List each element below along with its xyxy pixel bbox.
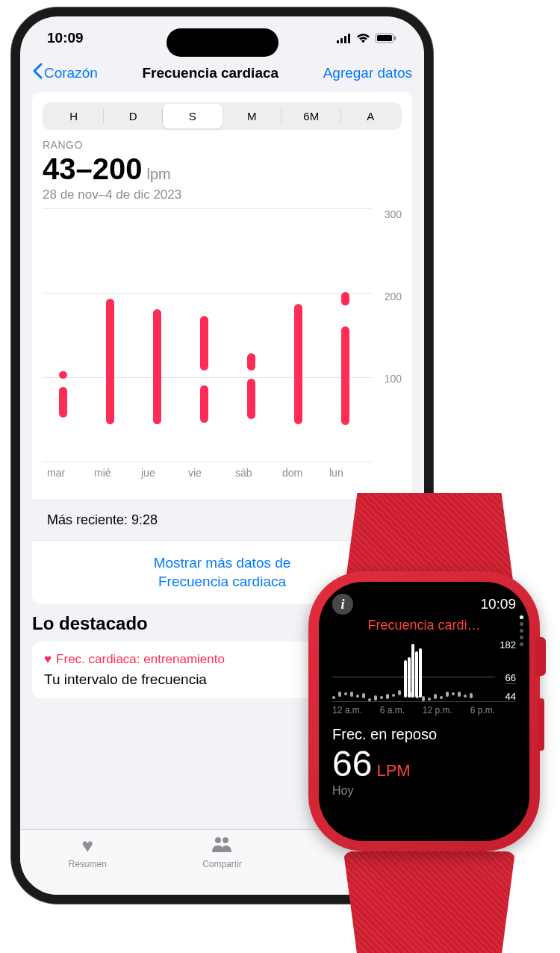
svg-point-7 bbox=[215, 837, 221, 843]
apple-watch: i 10:09 Frecuencia cardi… 182 66 44 bbox=[295, 493, 560, 953]
x-tick: jue bbox=[137, 467, 184, 479]
heart-rate-chart[interactable]: 300 200 100 bbox=[43, 208, 402, 462]
dynamic-island bbox=[167, 28, 279, 57]
status-icons bbox=[337, 33, 397, 43]
page-dot bbox=[520, 615, 523, 619]
x-tick: mar bbox=[43, 467, 90, 479]
range-unit: lpm bbox=[146, 166, 170, 183]
x-tick: vie bbox=[184, 467, 231, 479]
time-range-segmented: H D S M 6M A bbox=[43, 102, 402, 130]
svg-rect-0 bbox=[337, 40, 339, 43]
info-button[interactable]: i bbox=[332, 594, 353, 615]
signal-icon bbox=[337, 34, 352, 43]
metric-date: Hoy bbox=[332, 784, 516, 798]
metric-unit: LPM bbox=[376, 761, 410, 780]
digital-crown[interactable] bbox=[535, 637, 546, 676]
watch-x-axis: 12 a.m. 6 a.m. 12 p.m. 6 p.m. bbox=[332, 705, 516, 715]
tab-label: Compartir bbox=[202, 859, 242, 869]
watch-case: i 10:09 Frecuencia cardi… 182 66 44 bbox=[308, 571, 540, 851]
x-tick: sáb bbox=[231, 467, 278, 479]
x-tick: lun bbox=[325, 467, 372, 479]
x-tick: mié bbox=[90, 467, 137, 479]
side-button[interactable] bbox=[537, 698, 544, 751]
add-data-button[interactable]: Agregar datos bbox=[323, 65, 412, 81]
chevron-left-icon bbox=[32, 63, 43, 83]
back-label: Corazón bbox=[44, 65, 98, 81]
y-tick-100: 100 bbox=[385, 373, 402, 385]
range-value: 43–200 lpm bbox=[43, 152, 402, 186]
segment-6m[interactable]: 6M bbox=[281, 104, 341, 128]
tab-summary[interactable]: ♥ Resumen bbox=[20, 834, 155, 895]
segment-m[interactable]: M bbox=[223, 104, 282, 128]
highlight-label: Frec. cardiaca: entrenamiento bbox=[56, 652, 225, 667]
y-label-min: 44 bbox=[505, 691, 516, 702]
x-tick: dom bbox=[278, 467, 325, 479]
x-tick: 6 a.m. bbox=[380, 705, 405, 715]
page-title: Frecuencia cardiaca bbox=[142, 65, 279, 81]
back-button[interactable]: Corazón bbox=[32, 63, 98, 83]
y-tick-300: 300 bbox=[385, 208, 402, 220]
page-dot bbox=[520, 642, 523, 646]
metric-value-row: 66 LPM bbox=[332, 743, 516, 784]
heart-icon: ♥ bbox=[44, 652, 52, 667]
wifi-icon bbox=[356, 33, 370, 43]
y-label-max: 182 bbox=[500, 639, 516, 651]
tab-label: Resumen bbox=[68, 859, 106, 869]
page-dot bbox=[520, 636, 523, 639]
x-axis: marmiéjueviesábdomlun bbox=[43, 467, 402, 479]
svg-rect-1 bbox=[340, 38, 343, 43]
people-icon bbox=[211, 834, 233, 857]
x-tick: 12 a.m. bbox=[332, 705, 362, 715]
svg-rect-5 bbox=[377, 35, 392, 41]
x-tick: 12 p.m. bbox=[423, 705, 452, 715]
watch-chart[interactable]: 182 66 44 bbox=[332, 639, 516, 702]
recent-text: Más reciente: 9:28 bbox=[47, 512, 158, 528]
range-date: 28 de nov–4 de dic 2023 bbox=[43, 187, 402, 202]
svg-rect-6 bbox=[394, 37, 396, 40]
range-label: RANGO bbox=[43, 139, 402, 151]
svg-rect-3 bbox=[348, 34, 350, 43]
y-axis: 300 200 100 bbox=[372, 208, 402, 462]
segment-a[interactable]: A bbox=[341, 104, 401, 128]
segment-s[interactable]: S bbox=[163, 104, 223, 128]
x-tick: 6 p.m. bbox=[470, 705, 495, 715]
heart-icon: ♥ bbox=[81, 834, 93, 857]
watch-screen: i 10:09 Frecuencia cardi… 182 66 44 bbox=[319, 582, 529, 841]
battery-icon bbox=[375, 33, 397, 43]
watch-status-bar: i 10:09 bbox=[332, 594, 516, 615]
page-dot bbox=[520, 629, 523, 633]
watch-title: Frecuencia cardi… bbox=[332, 618, 516, 633]
watch-time: 10:09 bbox=[480, 596, 516, 612]
status-time: 10:09 bbox=[47, 30, 84, 46]
segment-h[interactable]: H bbox=[44, 104, 104, 128]
page-dot bbox=[520, 622, 523, 626]
svg-point-8 bbox=[223, 837, 228, 843]
y-label-mid: 66 bbox=[505, 672, 516, 684]
watch-band bbox=[343, 851, 515, 953]
range-number: 43–200 bbox=[43, 152, 142, 186]
svg-rect-2 bbox=[344, 36, 346, 43]
segment-d[interactable]: D bbox=[104, 104, 164, 128]
page-indicator bbox=[520, 615, 523, 646]
metric-value: 66 bbox=[332, 743, 372, 784]
metric-label: Frec. en reposo bbox=[332, 726, 516, 743]
tab-share[interactable]: Compartir bbox=[155, 834, 289, 895]
y-tick-200: 200 bbox=[385, 291, 402, 302]
